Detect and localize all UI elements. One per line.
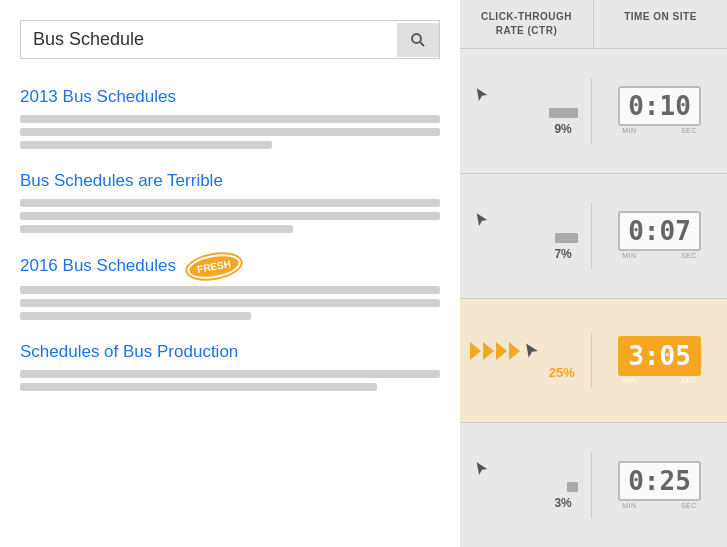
time-display-3: 3 : 05 MIN SEC — [618, 336, 701, 385]
result-line — [20, 212, 440, 220]
chevrons-3 — [470, 342, 520, 360]
time-sec-1: 10 — [660, 91, 691, 121]
time-sep-2: : — [644, 216, 660, 246]
time-sec-2: 07 — [660, 216, 691, 246]
result-line — [20, 286, 440, 294]
ctr-pct-2: 7% — [554, 247, 577, 261]
ctr-bar-1 — [549, 108, 578, 118]
ctr-cell-2: 7% — [460, 203, 592, 269]
sec-label-1: SEC — [681, 127, 697, 134]
sec-label-2: SEC — [681, 252, 697, 259]
min-label-3: MIN — [622, 377, 636, 384]
min-label-4: MIN — [622, 502, 636, 509]
metrics-header: CLICK-THROUGHRATE (CTR) TIME ON SITE — [460, 0, 727, 49]
metric-row-2: 7% 0 : 07 MIN SEC — [460, 174, 727, 299]
result-title-2[interactable]: Bus Schedules are Terrible — [20, 171, 440, 191]
time-header: TIME ON SITE — [594, 0, 727, 48]
result-line — [20, 370, 440, 378]
result-item-4: Schedules of Bus Production — [20, 342, 440, 391]
time-min-2: 0 — [628, 216, 644, 246]
result-title-4[interactable]: Schedules of Bus Production — [20, 342, 440, 362]
cursor-icon-1 — [473, 86, 491, 104]
result-line — [20, 115, 440, 123]
result-item-3: 2016 Bus Schedules FRESH — [20, 255, 440, 320]
ctr-header: CLICK-THROUGHRATE (CTR) — [460, 0, 594, 48]
sec-label-4: SEC — [681, 502, 697, 509]
time-digits-2: 0 : 07 — [618, 211, 701, 251]
result-line — [20, 199, 440, 207]
metric-row-1: 9% 0 : 10 MIN SEC — [460, 49, 727, 174]
metric-rows: 9% 0 : 10 MIN SEC — [460, 49, 727, 547]
search-results-panel: 2013 Bus Schedules Bus Schedules are Ter… — [0, 0, 460, 547]
fresh-badge: FRESH — [185, 250, 242, 282]
time-cell-1: 0 : 10 MIN SEC — [592, 78, 727, 143]
time-cell-4: 0 : 25 MIN SEC — [592, 453, 727, 518]
search-button[interactable] — [397, 23, 439, 57]
ctr-pct-1: 9% — [554, 122, 577, 136]
time-digits-1: 0 : 10 — [618, 86, 701, 126]
time-sec-4: 25 — [660, 466, 691, 496]
time-digits-3: 3 : 05 — [618, 336, 701, 376]
search-input[interactable] — [21, 21, 397, 58]
result-lines-4 — [20, 370, 440, 391]
time-display-2: 0 : 07 MIN SEC — [618, 211, 701, 260]
ctr-cell-4: 3% — [460, 452, 592, 518]
time-sec-3: 05 — [660, 341, 691, 371]
result-line — [20, 299, 440, 307]
metrics-panel: CLICK-THROUGHRATE (CTR) TIME ON SITE 9% — [460, 0, 727, 547]
svg-point-0 — [412, 34, 421, 43]
search-icon — [409, 31, 427, 49]
cursor-icon-2 — [473, 211, 491, 229]
time-min-4: 0 — [628, 466, 644, 496]
ctr-cell-3: 25% — [460, 333, 592, 388]
sec-label-3: SEC — [681, 377, 697, 384]
time-min-1: 0 — [628, 91, 644, 121]
ctr-pct-3: 25% — [549, 365, 581, 380]
result-title-text-3: 2016 Bus Schedules — [20, 256, 176, 275]
time-min-3: 3 — [628, 341, 644, 371]
metric-row-3: 25% 3 : 05 MIN SEC — [460, 299, 727, 424]
result-title-1[interactable]: 2013 Bus Schedules — [20, 87, 440, 107]
time-cell-3: 3 : 05 MIN SEC — [592, 328, 727, 393]
result-line — [20, 383, 377, 391]
time-sep-3: : — [644, 341, 660, 371]
time-cell-2: 0 : 07 MIN SEC — [592, 203, 727, 268]
ctr-bar-4 — [567, 482, 577, 492]
result-line — [20, 128, 440, 136]
metric-row-4: 3% 0 : 25 MIN SEC — [460, 423, 727, 547]
result-item-2: Bus Schedules are Terrible — [20, 171, 440, 233]
ctr-cell-1: 9% — [460, 78, 592, 144]
result-lines-3 — [20, 286, 440, 320]
result-item-1: 2013 Bus Schedules — [20, 87, 440, 149]
time-sep-4: : — [644, 466, 660, 496]
result-line — [20, 225, 293, 233]
result-lines-1 — [20, 115, 440, 149]
search-bar[interactable] — [20, 20, 440, 59]
ctr-bar-2 — [555, 233, 578, 243]
min-label-1: MIN — [622, 127, 636, 134]
cursor-icon-4 — [473, 460, 491, 478]
time-digits-4: 0 : 25 — [618, 461, 701, 501]
ctr-pct-4: 3% — [554, 496, 577, 510]
min-label-2: MIN — [622, 252, 636, 259]
svg-line-1 — [420, 41, 424, 45]
cursor-icon-3 — [522, 341, 542, 361]
time-display-1: 0 : 10 MIN SEC — [618, 86, 701, 135]
result-title-3[interactable]: 2016 Bus Schedules FRESH — [20, 255, 440, 278]
time-sep-1: : — [644, 91, 660, 121]
result-lines-2 — [20, 199, 440, 233]
time-display-4: 0 : 25 MIN SEC — [618, 461, 701, 510]
result-line — [20, 312, 251, 320]
result-line — [20, 141, 272, 149]
